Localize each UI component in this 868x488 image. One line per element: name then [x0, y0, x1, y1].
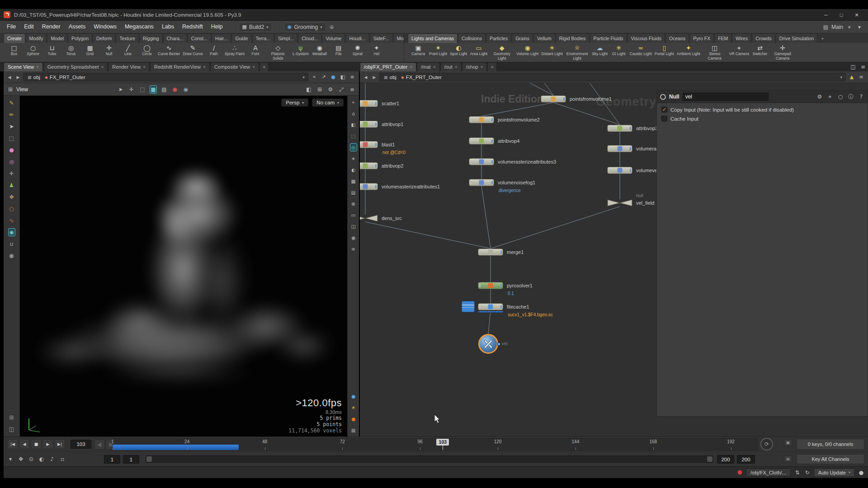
shelf-tool-line[interactable]: ╱Line — [118, 44, 137, 61]
shelf-tool-switcher[interactable]: ⇄Switcher — [750, 44, 769, 61]
range-slider-left-handle[interactable] — [146, 456, 152, 462]
shield-icon[interactable]: ◉ — [183, 86, 189, 93]
node-volumeraster2[interactable]: volumeraster — [607, 145, 632, 152]
close-icon[interactable]: × — [410, 63, 412, 71]
grooming-selector[interactable]: ◉ Grooming ▾ — [284, 23, 326, 32]
info-icon[interactable]: ⓘ — [848, 93, 854, 100]
layout-grid-icon[interactable]: ⊞ — [316, 86, 323, 93]
node-tile[interactable] — [607, 145, 632, 152]
texture-icon[interactable]: ▤ — [350, 189, 357, 196]
shelf-tab-grains[interactable]: Grains — [512, 33, 533, 43]
shelf-tool-point-light[interactable]: ✶Point Light — [428, 44, 448, 61]
shelf-tool-spiral[interactable]: ✺Spiral — [348, 44, 367, 61]
node-tile[interactable] — [360, 141, 378, 148]
pin-layout-icon[interactable]: ⌖ — [846, 23, 853, 31]
menu-item-redshift[interactable]: Redshift — [178, 21, 207, 33]
shelf-tab-collisions[interactable]: Collisions — [458, 33, 486, 43]
shelf-tab-const[interactable]: Const... — [188, 33, 211, 43]
checkbox[interactable]: ✓ — [661, 107, 667, 113]
forward-icon[interactable]: ▶ — [371, 75, 378, 80]
forward-icon[interactable]: ▶ — [14, 75, 22, 80]
magnet-icon[interactable]: ∪ — [9, 240, 15, 248]
close-button[interactable]: ✕ — [849, 9, 864, 20]
node-vel_out[interactable]: vel — [478, 334, 498, 354]
view-menu-icon[interactable]: ⊞ — [7, 86, 14, 93]
frame-range-slider[interactable] — [146, 455, 713, 463]
time-display-icon[interactable]: ◐ — [38, 455, 45, 463]
projection-button[interactable]: Persp ▾ — [281, 99, 308, 107]
node-tile[interactable] — [360, 100, 378, 107]
translate-handle-icon[interactable]: ✛ — [128, 86, 135, 93]
prims-toggle-icon[interactable]: ▤ — [161, 86, 167, 93]
grid2-icon[interactable]: ▦ — [350, 427, 357, 434]
gear-icon[interactable]: ⚙ — [327, 86, 334, 93]
node-tile[interactable] — [478, 249, 503, 256]
shelf-tab-rigging[interactable]: Rigging — [139, 33, 163, 43]
path-crumb-fx-prt-outer[interactable]: ◆FX_PRT_Outer — [399, 73, 444, 81]
pane-tab-scene-view[interactable]: Scene View× — [4, 62, 43, 71]
desktop-selector[interactable]: ▦ Build2 ▾ — [239, 23, 272, 32]
timeline-option-button-2[interactable]: ▤ — [784, 455, 792, 462]
shelf-tool-file[interactable]: ▤File — [329, 44, 348, 61]
shelf-tab-pyro-fx[interactable]: Pyro FX — [689, 33, 714, 43]
cross-handle-icon[interactable]: ✛ — [9, 170, 15, 177]
lock-icon[interactable]: ● — [858, 469, 864, 476]
menu-item-file[interactable]: File — [3, 21, 20, 33]
key-all-channels-button[interactable]: Key All Channels — [797, 454, 864, 464]
close-icon[interactable]: × — [203, 63, 206, 71]
jump-end-button[interactable]: ▶| — [54, 439, 65, 449]
close-icon[interactable]: × — [143, 63, 146, 71]
auto-update-button[interactable]: Auto Update ▾ — [814, 469, 854, 477]
node-pointsfromvolume2[interactable]: pointsfromvolume2 — [469, 116, 494, 123]
shelf-tool-platonic-solids[interactable]: ◇Platonic Solids — [265, 44, 291, 61]
node-volumerasterizeattributes3[interactable]: volumerasterizeattributes3 — [469, 158, 494, 165]
param-toggle-copy-input[interactable]: ✓Copy Input (Note: Input will be still c… — [661, 107, 863, 113]
shelf-tab-deform[interactable]: Deform — [93, 33, 115, 43]
panes-icon[interactable]: ◫ — [9, 426, 15, 433]
shelf-tool-curve-bezier[interactable]: ∿Curve Bezier — [156, 44, 181, 61]
shelf-tab-crowds[interactable]: Crowds — [752, 33, 775, 43]
shelf-tab-rigid-bodies[interactable]: Rigid Bodies — [556, 33, 590, 43]
shelf-tool-gamepad-camera[interactable]: ✛Gamepad Camera — [769, 44, 796, 61]
add-shelf-tab-button[interactable]: + — [818, 34, 827, 43]
shelf-tool-grid[interactable]: ▦Grid — [80, 44, 99, 61]
close-icon[interactable]: × — [481, 63, 483, 71]
marquee-icon[interactable]: ⬚ — [139, 86, 146, 93]
playbar-options-icon[interactable]: ▾ — [7, 455, 14, 463]
shelf-tab-lights-and-cameras[interactable]: Lights and Cameras — [408, 33, 458, 43]
message-indicator-icon[interactable] — [737, 470, 742, 475]
shelf-tool-distant-light[interactable]: ☀Distant Light — [540, 44, 564, 61]
lamp-icon[interactable]: ☀ — [350, 404, 357, 411]
shelf-tool-area-light[interactable]: ▭Area Light — [468, 44, 489, 61]
shelf-tab-create[interactable]: Create — [4, 33, 25, 43]
shelf-tab-particle-fluids[interactable]: Particle Fluids — [590, 33, 627, 43]
shelf-tool-sky-light[interactable]: ☁Sky Light — [590, 44, 609, 61]
pane-tab-composite-view[interactable]: Composite View× — [210, 62, 259, 71]
shelf-tool-environment-light[interactable]: ☼Environment Light — [564, 44, 590, 61]
main-desktop-label[interactable]: Main — [831, 24, 843, 30]
home-view-icon[interactable]: ⌂ — [350, 110, 357, 117]
pane-tab-redshift-renderview[interactable]: Redshift RenderView× — [150, 62, 210, 71]
shelf-tab-guide[interactable]: Guide — [231, 33, 251, 43]
menu-item-edit[interactable]: Edit — [20, 21, 38, 33]
node-dens_src[interactable]: dens_src — [360, 215, 378, 223]
node-name-field[interactable] — [683, 93, 769, 101]
view-mode-icon[interactable]: ◎ — [350, 144, 357, 151]
node-tile[interactable] — [541, 95, 566, 103]
ruler-icon[interactable]: ≡ — [350, 245, 357, 253]
path-field[interactable]: ▦obj◆FX_PRT_Outer ▾ — [23, 73, 308, 81]
layout-thumb-icon[interactable]: ◧ — [306, 86, 312, 93]
shelf-tool-circle[interactable]: ◯Circle — [137, 44, 156, 61]
stop-button[interactable]: ■ — [31, 439, 42, 449]
zoom-timeline-icon[interactable]: ⊙ — [28, 455, 34, 463]
misc-option-icon[interactable]: ▫ — [59, 455, 66, 463]
add-toolbar-icon[interactable]: ⊕ — [330, 24, 334, 30]
shade-mode-icon[interactable]: ◐ — [350, 166, 357, 174]
dot-icon[interactable]: ● — [350, 234, 357, 241]
range-end-field[interactable] — [717, 455, 734, 464]
snap-icon[interactable]: ⊕ — [350, 200, 357, 207]
snapshot-icon[interactable]: ▲ — [849, 74, 855, 81]
shelf-tab-chara[interactable]: Chara... — [163, 33, 187, 43]
menu-item-windows[interactable]: Windows — [90, 21, 121, 33]
range-slider-right-handle[interactable] — [707, 456, 712, 462]
